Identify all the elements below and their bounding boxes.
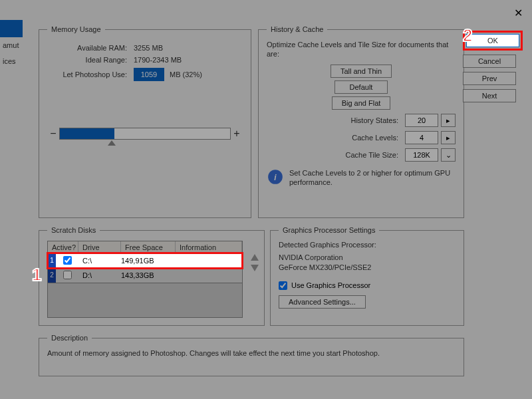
drive-cell: C:\ — [78, 257, 121, 265]
default-button[interactable]: Default — [334, 80, 388, 94]
move-up-icon[interactable] — [251, 254, 259, 261]
move-down-icon[interactable] — [251, 265, 259, 271]
description-group: Description Amount of memory assigned to… — [39, 334, 464, 376]
photoshop-use-input[interactable] — [134, 68, 164, 81]
cache-levels-value[interactable]: 4 — [405, 131, 438, 144]
desc-legend: Description — [47, 334, 92, 342]
active-checkbox[interactable] — [63, 256, 72, 265]
history-desc: Optimize Cache Levels and Tile Size for … — [267, 40, 456, 59]
plus-icon[interactable]: + — [231, 128, 243, 140]
prev-button[interactable]: Prev — [463, 72, 516, 85]
info-tip-text: Set Cache Levels to 2 or higher for opti… — [289, 168, 456, 188]
use-gpu-checkbox[interactable]: Use Graphics Processor — [279, 281, 456, 290]
minus-icon[interactable]: − — [47, 128, 59, 140]
free-cell: 143,33GB — [121, 271, 176, 279]
history-states-label: History States: — [350, 116, 398, 124]
cache-levels-stepper[interactable]: ▸ — [441, 131, 456, 144]
cache-tile-value[interactable]: 128K — [405, 148, 438, 162]
row-num: 1 — [48, 253, 56, 268]
callout-1: 1 — [32, 265, 41, 285]
gpu-vendor: NVIDIA Corporation — [279, 253, 456, 263]
big-flat-button[interactable]: Big and Flat — [332, 96, 391, 110]
gpu-device: GeForce MX230/PCIe/SSE2 — [279, 263, 456, 273]
memory-usage-group: Memory Usage Available RAM: 3255 MB Idea… — [39, 25, 251, 218]
available-ram-label: Available RAM: — [47, 44, 134, 52]
drive-cell: D:\ — [78, 271, 121, 279]
tall-thin-button[interactable]: Tall and Thin — [331, 65, 392, 78]
history-legend: History & Cache — [267, 25, 327, 33]
active-checkbox[interactable] — [63, 271, 72, 279]
photoshop-use-label: Let Photoshop Use: — [47, 70, 134, 78]
cache-tile-label: Cache Tile Size: — [346, 151, 398, 159]
col-active: Active? — [48, 241, 78, 253]
scratch-legend: Scratch Disks — [47, 226, 100, 234]
table-row[interactable]: 2 D:\ 143,33GB — [48, 268, 242, 283]
history-cache-group: History & Cache Optimize Cache Levels an… — [258, 25, 464, 218]
history-states-value[interactable]: 20 — [405, 114, 438, 127]
table-row[interactable]: 1 C:\ 149,91GB — [48, 253, 242, 268]
sidebar-item-gamut[interactable]: amut — [0, 37, 23, 53]
advanced-settings-button[interactable]: Advanced Settings... — [279, 295, 366, 309]
photoshop-use-suffix: MB (32%) — [170, 70, 202, 78]
col-free: Free Space — [121, 241, 176, 253]
free-cell: 149,91GB — [121, 257, 176, 265]
sidebar-item-selected[interactable] — [0, 20, 23, 37]
scratch-table: Active? Drive Free Space Information 1 C… — [47, 241, 243, 283]
col-drive: Drive — [78, 241, 121, 253]
memory-slider[interactable]: − + — [47, 128, 243, 140]
desc-text: Amount of memory assigned to Photoshop. … — [47, 348, 456, 358]
col-info: Information — [176, 241, 242, 253]
history-states-stepper[interactable]: ▸ — [441, 114, 456, 127]
sidebar-item-devices[interactable]: ices — [0, 53, 23, 69]
ideal-range-label: Ideal Range: — [47, 56, 134, 64]
detected-label: Detected Graphics Processor: — [279, 241, 456, 249]
scratch-disks-group: Scratch Disks Active? Drive Free Space I… — [39, 226, 265, 326]
close-icon[interactable]: ✕ — [514, 7, 523, 19]
gfx-legend: Graphics Processor Settings — [279, 226, 379, 234]
row-num: 2 — [48, 268, 56, 283]
category-sidebar: amut ices — [0, 20, 23, 366]
cache-levels-label: Cache Levels: — [352, 134, 398, 142]
callout-2: 2 — [463, 25, 472, 46]
ok-button[interactable]: OK — [466, 34, 519, 47]
graphics-processor-group: Graphics Processor Settings Detected Gra… — [270, 226, 464, 326]
cancel-button[interactable]: Cancel — [463, 55, 516, 68]
ideal-range-value: 1790-2343 MB — [134, 56, 182, 64]
next-button[interactable]: Next — [463, 89, 516, 102]
cache-tile-dropdown[interactable]: ⌄ — [441, 148, 456, 162]
memory-legend: Memory Usage — [47, 25, 105, 33]
info-icon: i — [267, 168, 284, 186]
available-ram-value: 3255 MB — [134, 44, 163, 52]
